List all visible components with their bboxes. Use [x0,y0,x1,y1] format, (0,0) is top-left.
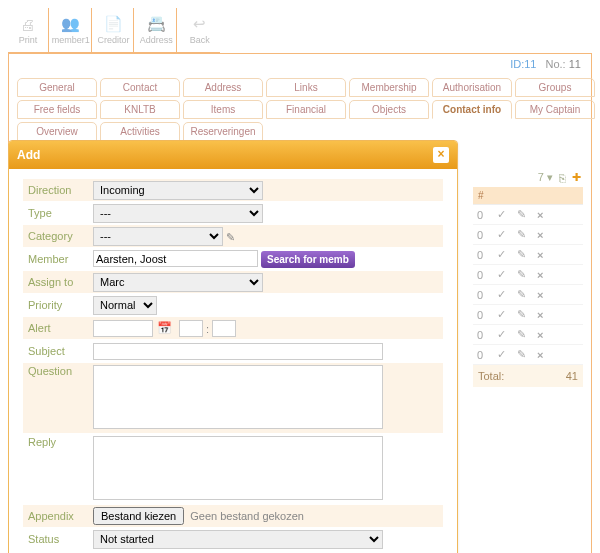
member-input[interactable] [93,250,258,267]
question-label: Question [23,365,93,377]
check-icon: ✓ [497,308,511,321]
assign-label: Assign to [23,276,93,288]
table-row: 0✓✎× [473,205,583,225]
check-icon: ✓ [497,228,511,241]
tab-my-captain[interactable]: My Captain [515,100,595,119]
print-button[interactable]: 🖨Print [8,8,49,52]
edit-row-icon[interactable]: ✎ [517,308,531,321]
table-row: 0✓✎× [473,345,583,365]
subject-input[interactable] [93,343,383,360]
check-icon: ✓ [497,328,511,341]
appendix-label: Appendix [23,510,93,522]
priority-select[interactable]: Normal [93,296,157,315]
alert-hour-input[interactable] [179,320,203,337]
edit-row-icon[interactable]: ✎ [517,208,531,221]
assign-select[interactable]: Marc [93,273,263,292]
check-icon: ✓ [497,208,511,221]
no-value: 11 [569,58,581,70]
type-label: Type [23,207,93,219]
category-label: Category [23,230,93,242]
delete-row-icon[interactable]: × [537,209,551,221]
question-textarea[interactable] [93,365,383,429]
no-label: No.: [546,58,566,70]
member-label: Member [23,253,93,265]
total-value: 41 [566,370,578,382]
tab-authorisation[interactable]: Authorisation [432,78,512,97]
delete-row-icon[interactable]: × [537,289,551,301]
edit-row-icon[interactable]: ✎ [517,288,531,301]
tabs: GeneralContactAddressLinksMembershipAuth… [9,72,591,141]
alert-date-input[interactable] [93,320,153,337]
delete-row-icon[interactable]: × [537,349,551,361]
modal-title: Add [17,148,40,162]
edit-row-icon[interactable]: ✎ [517,248,531,261]
direction-select[interactable]: Incoming [93,181,263,200]
tab-general[interactable]: General [17,78,97,97]
tab-contact-info[interactable]: Contact info [432,100,512,119]
delete-row-icon[interactable]: × [537,269,551,281]
table-row: 0✓✎× [473,245,583,265]
copy-icon[interactable]: ⎘ [559,172,566,184]
reply-label: Reply [23,436,93,448]
close-icon[interactable]: × [433,147,449,163]
add-icon[interactable]: ✚ [572,171,581,184]
tab-membership[interactable]: Membership [349,78,429,97]
table-row: 0✓✎× [473,225,583,245]
edit-row-icon[interactable]: ✎ [517,228,531,241]
priority-label: Priority [23,299,93,311]
edit-icon[interactable]: ✎ [226,230,235,242]
total-label: Total: [478,370,504,382]
tab-items[interactable]: Items [183,100,263,119]
toolbar: 🖨Print👥member1📄Creditor📇Address↩Back [8,8,220,53]
tab-contact[interactable]: Contact [100,78,180,97]
tab-free-fields[interactable]: Free fields [17,100,97,119]
table-row: 0✓✎× [473,265,583,285]
reply-textarea[interactable] [93,436,383,500]
alert-label: Alert [23,322,93,334]
id-label: ID: [510,58,524,70]
tab-reserveringen[interactable]: Reserveringen [183,122,263,141]
edit-row-icon[interactable]: ✎ [517,348,531,361]
grid-header-hash: # [473,187,583,205]
id-line: ID:11 No.: 11 [9,54,591,72]
tab-links[interactable]: Links [266,78,346,97]
direction-label: Direction [23,184,93,196]
tab-groups[interactable]: Groups [515,78,595,97]
check-icon: ✓ [497,288,511,301]
file-none: Geen bestand gekozen [190,510,304,522]
tab-knltb[interactable]: KNLTB [100,100,180,119]
alert-min-input[interactable] [212,320,236,337]
grid: 7 ▾ ⎘ ✚ # 0✓✎×0✓✎×0✓✎×0✓✎×0✓✎×0✓✎×0✓✎×0✓… [473,168,583,387]
status-select[interactable]: Not started [93,530,383,549]
pager[interactable]: 7 ▾ [538,171,553,184]
tab-overview[interactable]: Overview [17,122,97,141]
creditor-button[interactable]: 📄Creditor [94,8,135,52]
subject-label: Subject [23,345,93,357]
status-label: Status [23,533,93,545]
tab-activities[interactable]: Activities [100,122,180,141]
check-icon: ✓ [497,348,511,361]
tab-objects[interactable]: Objects [349,100,429,119]
edit-row-icon[interactable]: ✎ [517,328,531,341]
id-value: 11 [524,58,536,70]
table-row: 0✓✎× [473,305,583,325]
table-row: 0✓✎× [473,285,583,305]
back-button[interactable]: ↩Back [179,8,220,52]
delete-row-icon[interactable]: × [537,249,551,261]
check-icon: ✓ [497,248,511,261]
delete-row-icon[interactable]: × [537,229,551,241]
category-select[interactable]: --- [93,227,223,246]
table-row: 0✓✎× [473,325,583,345]
tab-address[interactable]: Address [183,78,263,97]
search-member-button[interactable]: Search for memb [261,251,355,268]
type-select[interactable]: --- [93,204,263,223]
file-button[interactable]: Bestand kiezen [93,507,184,525]
calendar-icon[interactable]: 📅 [157,321,172,335]
edit-row-icon[interactable]: ✎ [517,268,531,281]
tab-financial[interactable]: Financial [266,100,346,119]
delete-row-icon[interactable]: × [537,309,551,321]
member1-button[interactable]: 👥member1 [51,8,92,52]
add-modal: Add × DirectionIncoming Type--- Category… [8,140,458,553]
delete-row-icon[interactable]: × [537,329,551,341]
address-button[interactable]: 📇Address [136,8,177,52]
